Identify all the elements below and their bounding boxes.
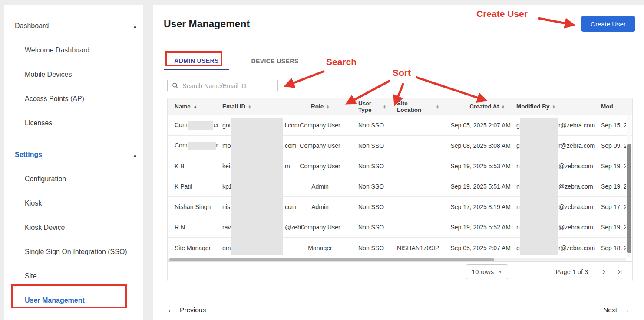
users-table: Name▲ Email ID▲▼ Role▲▼ User Type▲▼ Site… bbox=[167, 98, 633, 281]
sort-icon: ▲▼ bbox=[436, 104, 439, 109]
sort-ascending-icon: ▲ bbox=[193, 104, 198, 109]
sidebar-item-label: Configuration bbox=[25, 175, 66, 183]
sidebar: Dashboard ▲ Welcome Dashboard Mobile Dev… bbox=[4, 5, 143, 320]
page-indicator: Page 1 of 3 bbox=[556, 268, 588, 275]
rows-per-page-select[interactable]: 10 rows ▼ bbox=[466, 264, 508, 279]
column-header-user-type[interactable]: User Type▲▼ bbox=[346, 100, 386, 113]
redaction-box-modified-by-column bbox=[520, 118, 558, 255]
column-header-email[interactable]: Email ID▲▼ bbox=[222, 103, 294, 110]
redaction-box bbox=[188, 121, 213, 130]
cell-modified-at: Sep 09, 2 bbox=[591, 142, 626, 149]
cell-site-location: NISHAN1709IP bbox=[386, 245, 439, 251]
vertical-scrollbar[interactable] bbox=[627, 115, 631, 258]
cell-name: Site Manager bbox=[175, 245, 222, 251]
column-header-role[interactable]: Role▲▼ bbox=[294, 103, 346, 110]
tab-admin-users[interactable]: ADMIN USERS bbox=[164, 52, 229, 70]
cell-role: Admin bbox=[294, 203, 346, 210]
cell-name: Comr bbox=[175, 142, 222, 150]
next-page-icon[interactable] bbox=[600, 268, 607, 275]
column-header-site-location[interactable]: Site Location▲▼ bbox=[386, 100, 439, 113]
sidebar-item-access-points[interactable]: Access Points (AP) bbox=[4, 87, 143, 111]
cell-modified-at: Sep 19, 2 bbox=[591, 224, 626, 231]
cell-name: Comer bbox=[175, 121, 222, 130]
cell-name: K Patil bbox=[175, 183, 222, 190]
collapse-caret-icon[interactable]: ▲ bbox=[133, 153, 137, 157]
sort-icon: ▲▼ bbox=[326, 104, 329, 109]
horizontal-scrollbar-thumb[interactable] bbox=[169, 258, 494, 261]
sidebar-item-kiosk[interactable]: Kiosk bbox=[4, 191, 143, 216]
cell-role: Company User bbox=[294, 163, 346, 170]
sidebar-item-user-management[interactable]: User Management bbox=[4, 288, 143, 313]
sidebar-item-licenses[interactable]: Licenses bbox=[4, 111, 143, 135]
column-header-modified-at-clipped[interactable]: Mod bbox=[591, 103, 626, 110]
column-header-modified-by[interactable]: Modified By▲▼ bbox=[511, 103, 591, 110]
sidebar-item-label: Access Points (AP) bbox=[25, 95, 84, 103]
table-header-row: Name▲ Email ID▲▼ Role▲▼ User Type▲▼ Site… bbox=[168, 98, 632, 115]
cell-name: K B bbox=[175, 163, 222, 170]
sidebar-item-settings[interactable]: Settings ▲ bbox=[4, 143, 143, 167]
page: Dashboard ▲ Welcome Dashboard Mobile Dev… bbox=[0, 0, 644, 320]
horizontal-scrollbar[interactable] bbox=[168, 258, 626, 261]
sidebar-item-configuration[interactable]: Configuration bbox=[4, 167, 143, 191]
search-input[interactable] bbox=[182, 82, 269, 89]
sidebar-item-site[interactable]: Site bbox=[4, 264, 143, 288]
sidebar-item-label: Kiosk bbox=[25, 199, 42, 207]
sidebar-item-dashboard[interactable]: Dashboard ▲ bbox=[4, 14, 143, 38]
cell-user-type: Non SSO bbox=[346, 163, 386, 170]
previous-label: Previous bbox=[180, 306, 206, 314]
sidebar-item-label: Settings bbox=[15, 151, 42, 159]
rows-per-page-value: 10 rows bbox=[472, 268, 494, 275]
sidebar-item-welcome-dashboard[interactable]: Welcome Dashboard bbox=[4, 38, 143, 62]
cell-user-type: Non SSO bbox=[346, 224, 386, 231]
main-content: User Management Create User ADMIN USERS … bbox=[153, 5, 644, 320]
cell-role: Manager bbox=[294, 245, 346, 251]
last-page-icon[interactable] bbox=[616, 268, 624, 275]
collapse-caret-icon[interactable]: ▲ bbox=[133, 24, 137, 29]
tab-bar: ADMIN USERS DEVICE USERS bbox=[164, 52, 307, 70]
column-header-name[interactable]: Name▲ bbox=[175, 103, 222, 110]
sidebar-item-label: Dashboard bbox=[15, 22, 49, 30]
sidebar-item-mobile-devices[interactable]: Mobile Devices bbox=[4, 62, 143, 87]
sort-icon: ▲▼ bbox=[383, 104, 386, 109]
sort-icon: ▲▼ bbox=[248, 104, 251, 109]
create-user-button[interactable]: Create User bbox=[581, 16, 635, 32]
search-box[interactable] bbox=[167, 79, 278, 92]
cell-created-at: Sep 05, 2025 2:07 AM bbox=[439, 245, 511, 251]
sidebar-item-sso[interactable]: Single Sign On Integration (SSO) bbox=[4, 240, 143, 264]
sidebar-item-label: Licenses bbox=[25, 119, 52, 127]
search-icon bbox=[172, 82, 178, 89]
tab-device-users[interactable]: DEVICE USERS bbox=[242, 52, 307, 70]
cell-modified-at: Sep 19, 2 bbox=[591, 163, 626, 170]
sort-icon: ▲▼ bbox=[552, 104, 555, 109]
cell-user-type: Non SSO bbox=[346, 183, 386, 190]
redaction-box-email-column bbox=[231, 118, 283, 255]
next-button[interactable]: Next → bbox=[603, 305, 630, 315]
sidebar-divider bbox=[15, 139, 136, 139]
arrow-right-icon: → bbox=[621, 305, 630, 315]
sort-icon: ▲▼ bbox=[502, 104, 505, 109]
vertical-scrollbar-thumb[interactable] bbox=[627, 144, 631, 253]
redaction-box bbox=[188, 142, 216, 150]
sidebar-item-label: Welcome Dashboard bbox=[25, 46, 89, 54]
column-header-created-at[interactable]: Created At▲▼ bbox=[439, 103, 511, 110]
sidebar-item-kiosk-device[interactable]: Kiosk Device bbox=[4, 216, 143, 240]
cell-user-type: Non SSO bbox=[346, 122, 386, 129]
cell-role: Company User bbox=[294, 224, 346, 231]
cell-created-at: Sep 19, 2025 5:52 AM bbox=[439, 224, 511, 231]
cell-name: R N bbox=[175, 224, 222, 231]
pagination-bar: 10 rows ▼ Page 1 of 3 bbox=[168, 261, 632, 281]
cell-user-type: Non SSO bbox=[346, 245, 386, 251]
sidebar-item-label: Mobile Devices bbox=[25, 71, 72, 78]
cell-created-at: Sep 17, 2025 8:19 AM bbox=[439, 203, 511, 210]
cell-created-at: Sep 05, 2025 2:07 AM bbox=[439, 122, 511, 129]
cell-created-at: Sep 19, 2025 5:53 AM bbox=[439, 163, 511, 170]
page-title: User Management bbox=[164, 18, 250, 30]
arrow-left-icon: ← bbox=[167, 305, 175, 315]
footer-navigation: ← Previous Next → bbox=[167, 305, 630, 315]
cell-role: Company User bbox=[294, 122, 346, 129]
cell-name: Nishan Singh bbox=[175, 203, 222, 210]
cell-user-type: Non SSO bbox=[346, 142, 386, 149]
sidebar-item-enrollment[interactable]: Enrollment bbox=[4, 313, 143, 320]
cell-modified-at: Sep 17, 2 bbox=[591, 203, 626, 210]
previous-button[interactable]: ← Previous bbox=[167, 305, 206, 315]
